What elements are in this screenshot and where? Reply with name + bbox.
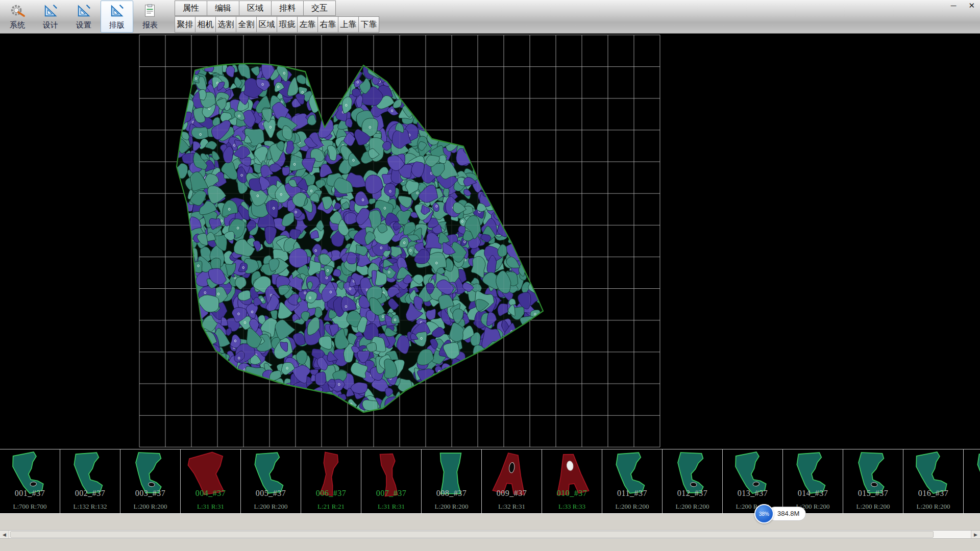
piece-thumbnail[interactable]: 016_#37L:200 R:200 <box>903 449 964 513</box>
piece-id-label: 010_#37 <box>542 489 602 498</box>
app-tab-settings[interactable]: 设置 <box>67 1 100 33</box>
tool-button-3[interactable]: 选割 <box>215 16 236 33</box>
piece-thumbnail-strip: 001_#37L:700 R:700002_#37L:132 R:132003_… <box>0 449 980 513</box>
menu-tab-4[interactable]: 排料 <box>271 1 304 16</box>
piece-lr-label: L:132 R:132 <box>60 503 120 511</box>
piece-id-label: 015_#37 <box>843 489 903 498</box>
piece-thumbnail[interactable]: 005_#37L:200 R:200 <box>241 449 301 513</box>
menu-tab-5[interactable]: 交互 <box>303 1 336 16</box>
toolbar: 系统 设计 <box>0 0 980 34</box>
app-tab-label: 设置 <box>76 20 91 30</box>
scrollbar-track[interactable] <box>9 531 971 538</box>
piece-lr-label: L:200 R:200 <box>663 503 722 511</box>
piece-lr-label: L:32 R:31 <box>482 503 542 511</box>
scroll-right-icon[interactable]: ▶ <box>971 531 980 538</box>
tool-button-7[interactable]: 左靠 <box>297 16 318 33</box>
piece-thumbnail[interactable]: 003_#37L:200 R:200 <box>120 449 181 513</box>
set-square-icon <box>43 4 58 20</box>
app-tab-system[interactable]: 系统 <box>1 1 34 33</box>
piece-thumbnail[interactable] <box>964 449 980 513</box>
menu-tab-2[interactable]: 编辑 <box>207 1 239 16</box>
progress-badge: 38% <box>754 504 774 523</box>
piece-lr-label: L:31 R:31 <box>181 503 240 511</box>
hide-layout-view <box>0 34 980 449</box>
piece-id-label: 003_#37 <box>120 489 180 498</box>
menu-tab-1[interactable]: 属性 <box>175 1 207 16</box>
app-tab-design[interactable]: 设计 <box>34 1 67 33</box>
menu-tab-3[interactable]: 区域 <box>239 1 272 16</box>
piece-lr-label: L:700 R:700 <box>0 503 60 511</box>
piece-id-label: 009_#37 <box>482 489 542 498</box>
nesting-canvas[interactable] <box>0 34 980 449</box>
piece-thumbnail[interactable]: 004_#37L:31 R:31 <box>181 449 241 513</box>
piece-thumbnail[interactable]: 012_#37L:200 R:200 <box>663 449 723 513</box>
piece-id-label: 011_#37 <box>602 489 662 498</box>
app-tab-label: 设计 <box>43 20 58 30</box>
set-square-icon <box>110 4 124 20</box>
piece-id-label: 014_#37 <box>783 489 843 498</box>
piece-lr-label: L:200 R:200 <box>602 503 662 511</box>
piece-lr-label: L:200 R:200 <box>120 503 180 511</box>
piece-id-label: 006_#37 <box>301 489 361 498</box>
piece-thumbnail[interactable]: 011_#37L:200 R:200 <box>602 449 663 513</box>
piece-thumbnail[interactable]: 009_#37L:32 R:31 <box>482 449 542 513</box>
piece-id-label: 012_#37 <box>663 489 722 498</box>
tool-button-8[interactable]: 右靠 <box>317 16 338 33</box>
report-icon <box>143 4 157 20</box>
tool-button-2[interactable]: 相机 <box>195 16 216 33</box>
piece-id-label: 002_#37 <box>60 489 120 498</box>
piece-thumbnail[interactable]: 002_#37L:132 R:132 <box>60 449 120 513</box>
tool-button-6[interactable]: 瑕疵 <box>277 16 298 33</box>
set-square-icon <box>77 4 91 20</box>
piece-lr-label: L:31 R:31 <box>361 503 421 511</box>
app-tab-label: 报表 <box>142 20 158 30</box>
piece-id-label: 005_#37 <box>241 489 301 498</box>
piece-thumbnail[interactable]: 001_#37L:700 R:700 <box>0 449 60 513</box>
piece-id-label: 001_#37 <box>0 489 60 498</box>
horizontal-scrollbar[interactable]: ◀ ▶ <box>0 530 980 539</box>
piece-id-label: 008_#37 <box>422 489 481 498</box>
tool-button-9[interactable]: 上靠 <box>338 16 359 33</box>
scroll-left-icon[interactable]: ◀ <box>0 531 9 538</box>
piece-thumbnail[interactable]: 008_#37L:200 R:200 <box>422 449 482 513</box>
tool-button-row: 聚排相机选割全割区域瑕疵左靠右靠上靠下靠 <box>175 16 379 33</box>
tool-button-1[interactable]: 聚排 <box>175 16 195 33</box>
gear-icon <box>9 4 26 20</box>
piece-lr-label: L:200 R:200 <box>241 503 301 511</box>
app-tab-report[interactable]: 报表 <box>134 1 166 33</box>
piece-id-label: 007_#37 <box>361 489 421 498</box>
menu-tab-row: 属性编辑区域排料交互 <box>175 1 379 16</box>
tool-button-4[interactable]: 全割 <box>236 16 257 33</box>
scrollbar-thumb[interactable] <box>10 531 934 538</box>
app-tab-layout[interactable]: 排版 <box>101 1 133 33</box>
piece-thumbnail[interactable]: 010_#37L:33 R:33 <box>542 449 602 513</box>
minimize-button[interactable]: ─ <box>949 1 959 11</box>
app-tab-label: 系统 <box>10 20 25 30</box>
piece-id-label: 013_#37 <box>723 489 782 498</box>
app-tab-label: 排版 <box>109 20 125 30</box>
piece-lr-label: L:200 R:200 <box>903 503 963 511</box>
memory-status: 38% 384.8M <box>754 504 806 523</box>
window-controls: ─ ✕ <box>949 1 977 11</box>
piece-id-label: 016_#37 <box>903 489 963 498</box>
app-tab-bar: 系统 设计 <box>0 0 167 33</box>
piece-lr-label: L:33 R:33 <box>542 503 602 511</box>
application-window: 系统 设计 <box>0 0 980 551</box>
piece-lr-label: L:200 R:200 <box>843 503 903 511</box>
piece-thumbnail[interactable]: 006_#37L:21 R:21 <box>301 449 361 513</box>
menu-area: 属性编辑区域排料交互 聚排相机选割全割区域瑕疵左靠右靠上靠下靠 <box>175 0 379 33</box>
tool-button-5[interactable]: 区域 <box>256 16 277 33</box>
piece-thumbnail[interactable]: 007_#37L:31 R:31 <box>361 449 422 513</box>
close-button[interactable]: ✕ <box>966 1 977 11</box>
piece-lr-label: L:21 R:21 <box>301 503 361 511</box>
piece-lr-label: L:200 R:200 <box>422 503 481 511</box>
piece-thumbnail[interactable]: 015_#37L:200 R:200 <box>843 449 903 513</box>
piece-shape-teal <box>967 451 980 499</box>
tool-button-10[interactable]: 下靠 <box>358 16 379 33</box>
status-bar: ◀ ▶ <box>0 513 980 551</box>
piece-id-label: 004_#37 <box>181 489 240 498</box>
